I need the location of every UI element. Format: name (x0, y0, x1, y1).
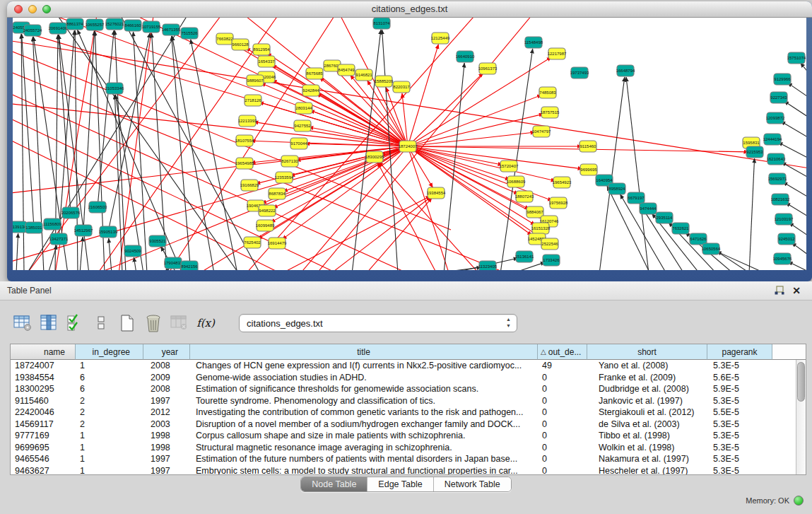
table-cell[interactable]: 9777169 (11, 431, 76, 440)
delete-table-icon[interactable] (143, 313, 163, 333)
table-cell[interactable]: Dudbridge et al. (2008) (587, 384, 707, 394)
table-cell[interactable]: Nakamura et al. (1997) (587, 454, 707, 464)
table-cell[interactable]: 2 (76, 419, 143, 429)
table-cell[interactable]: 0 (538, 396, 587, 406)
table-row[interactable]: 911546021997Tourette syndrome. Phenomeno… (11, 395, 806, 407)
table-cell[interactable]: 9465546 (11, 454, 76, 464)
table-cell[interactable]: Tourette syndrome. Phenomenology and cla… (190, 396, 538, 406)
table-cell[interactable]: 19384554 (11, 373, 76, 382)
column-header-short[interactable]: short (587, 344, 707, 360)
table-cell[interactable]: 22420046 (11, 407, 76, 417)
column-header-title[interactable]: title (190, 344, 538, 360)
table-cell[interactable]: 0 (538, 431, 587, 440)
table-cell[interactable]: 1997 (143, 466, 190, 475)
table-cell[interactable]: 1997 (143, 396, 190, 406)
tab-network-table[interactable]: Network Table (434, 477, 511, 491)
table-cell[interactable]: 1 (76, 443, 143, 452)
table-cell[interactable]: 5.3E-5 (707, 431, 772, 440)
column-header-outde[interactable]: △out_de... (538, 344, 587, 360)
table-row[interactable]: 946554611997Estimation of the future num… (11, 453, 806, 465)
table-cell[interactable]: 6 (76, 373, 143, 382)
table-row[interactable]: 2242004622012Investigating the contribut… (11, 407, 806, 419)
table-cell[interactable]: 18724007 (11, 361, 76, 370)
table-cell[interactable]: Estimation of the future numbers of pati… (190, 454, 538, 464)
table-selector-dropdown[interactable]: citations_edges.txt ▲▼ (239, 314, 517, 332)
table-cell[interactable]: 9115460 (11, 396, 76, 406)
table-cell[interactable]: Structural magnetic resonance image aver… (190, 443, 538, 452)
table-cell[interactable]: Jankovic et al. (1997) (587, 396, 707, 406)
table-cell[interactable]: 0 (538, 373, 587, 382)
table-cell[interactable]: 5.3E-5 (707, 466, 772, 475)
table-cell[interactable]: Changes of HCN gene expression and I(f) … (190, 361, 538, 370)
table-cell[interactable]: 0 (538, 384, 587, 394)
table-cell[interactable]: 1998 (143, 431, 190, 440)
table-cell[interactable]: 1 (76, 361, 143, 370)
table-cell[interactable]: 5.9E-5 (707, 384, 772, 394)
table-scrollbar[interactable] (796, 360, 806, 474)
table-row[interactable]: 1872400712008Changes of HCN gene express… (11, 360, 806, 372)
table-cell[interactable]: 2 (76, 396, 143, 406)
table-cell[interactable]: 9699695 (11, 443, 76, 452)
table-cell[interactable]: Genome-wide association studies in ADHD. (190, 373, 538, 382)
table-cell[interactable]: 1 (76, 431, 143, 440)
table-cell[interactable]: 5.6E-5 (707, 373, 772, 382)
table-row[interactable]: 977716911998Corpus callosum shape and si… (11, 430, 806, 442)
table-cell[interactable]: 0 (538, 407, 587, 417)
table-cell[interactable]: 1 (76, 454, 143, 464)
column-header-name[interactable]: name (11, 344, 76, 360)
scrollbar-thumb[interactable] (797, 362, 805, 402)
table-cell[interactable]: Stergiakouli et al. (2012) (587, 407, 707, 417)
row-height-icon[interactable] (91, 313, 111, 333)
column-header-year[interactable]: year (143, 344, 190, 360)
table-cell[interactable]: 5.3E-5 (707, 396, 772, 406)
citation-network-graph[interactable]: 7663822966012889129541654337224200469889… (13, 18, 806, 270)
table-cell[interactable]: 2008 (143, 384, 190, 394)
table-cell[interactable]: Embryonic stem cells: a model to study s… (190, 466, 538, 475)
show-columns-icon[interactable] (39, 313, 59, 333)
table-cell[interactable]: 5.3E-5 (707, 443, 772, 452)
function-builder-icon[interactable]: f(x) (196, 313, 216, 333)
network-canvas[interactable]: 7663822966012889129541654337224200469889… (13, 18, 806, 270)
table-cell[interactable]: Yano et al. (2008) (587, 361, 707, 370)
table-row[interactable]: 1938455462009Genome-wide association stu… (11, 372, 806, 384)
table-row[interactable]: 969969511998Structural magnetic resonanc… (11, 442, 806, 454)
table-cell[interactable]: 2008 (143, 361, 190, 370)
table-cell[interactable]: 5.3E-5 (707, 454, 772, 464)
table-cell[interactable]: Corpus callosum shape and size in male p… (190, 431, 538, 440)
window-titlebar[interactable]: citations_edges.txt (7, 1, 812, 18)
table-cell[interactable]: 14569117 (11, 419, 76, 429)
table-cell[interactable]: de Silva et al. (2003) (587, 419, 707, 429)
tab-node-table[interactable]: Node Table (301, 477, 367, 491)
table-cell[interactable]: 2012 (143, 407, 190, 417)
tab-edge-table[interactable]: Edge Table (367, 477, 433, 491)
table-cell[interactable]: 0 (538, 454, 587, 464)
table-cell[interactable]: 2009 (143, 373, 190, 382)
table-cell[interactable]: 18300295 (11, 384, 76, 394)
column-header-pagerank[interactable]: pagerank (707, 344, 772, 360)
column-header-indegree[interactable]: in_degree (76, 344, 143, 360)
table-cell[interactable]: 2003 (143, 419, 190, 429)
table-cell[interactable]: Tibbo et al. (1998) (587, 431, 707, 440)
table-cell[interactable]: Wolkin et al. (1998) (587, 443, 707, 452)
table-row[interactable]: 1830029562008Estimation of significance … (11, 383, 806, 395)
table-cell[interactable]: 6 (76, 384, 143, 394)
table-cell[interactable]: 49 (538, 361, 587, 370)
delete-column-disabled-icon[interactable] (170, 313, 189, 333)
table-cell[interactable]: Estimation of significance thresholds fo… (190, 384, 538, 394)
table-cell[interactable]: Disruption of a novel member of a sodium… (190, 419, 538, 429)
table-cell[interactable]: Franke et al. (2009) (587, 373, 707, 382)
column-settings-icon[interactable] (13, 313, 33, 333)
table-cell[interactable]: 1 (76, 466, 143, 475)
close-panel-icon[interactable]: ✕ (791, 285, 802, 296)
table-cell[interactable]: 5.3E-5 (707, 361, 772, 370)
table-cell[interactable]: 0 (538, 419, 587, 429)
table-cell[interactable]: 2 (76, 407, 143, 417)
float-panel-icon[interactable] (774, 285, 785, 296)
select-all-rows-icon[interactable] (65, 313, 85, 333)
table-cell[interactable]: Investigating the contribution of common… (190, 407, 538, 417)
table-cell[interactable]: 9463627 (11, 466, 76, 475)
table-row[interactable]: 946362711997Embryonic stem cells: a mode… (11, 465, 806, 476)
table-row[interactable]: 1456911722003Disruption of a novel membe… (11, 419, 806, 431)
table-cell[interactable]: 1997 (143, 454, 190, 464)
table-cell[interactable]: 1998 (143, 443, 190, 452)
